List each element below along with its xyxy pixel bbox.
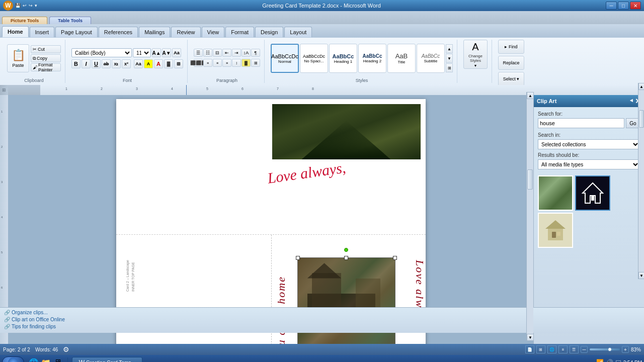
handle-top-right[interactable] [393, 256, 397, 260]
bold-button[interactable]: B [71, 59, 80, 68]
scroll-down-button[interactable]: ▼ [638, 272, 644, 279]
cut-button[interactable]: ✂ Cut [31, 45, 61, 53]
handle-top-middle[interactable] [344, 256, 348, 260]
minimize-button[interactable]: ─ [606, 2, 617, 10]
antivirus-icon[interactable]: 🛡 [615, 359, 621, 362]
network-icon[interactable]: 📶 [596, 359, 604, 362]
border-button[interactable]: ⊞ [251, 59, 260, 67]
multilevel-list-button[interactable]: ⊟ [213, 49, 222, 57]
style-normal[interactable]: AaBbCcDc Normal [271, 44, 299, 73]
tab-insert[interactable]: Insert [30, 27, 55, 37]
styles-scroll-up[interactable]: ▲ [446, 44, 453, 53]
bullets-button[interactable]: ☰ [194, 49, 203, 57]
change-case-button[interactable]: Aa [134, 59, 143, 68]
copy-button[interactable]: ⧉ Copy [31, 54, 61, 62]
paste-button[interactable]: 📋 Paste [7, 44, 29, 72]
font-family-select[interactable]: Calibri (Body) [71, 48, 132, 57]
underline-button[interactable]: U [92, 59, 101, 68]
organize-clips-link[interactable]: 🔗 Organize clips... [4, 310, 640, 315]
zoom-minus-button[interactable]: ─ [581, 346, 588, 353]
top-image[interactable] [272, 104, 421, 159]
panel-resize-button[interactable]: ◂ [630, 97, 633, 105]
tab-page-layout[interactable]: Page Layout [55, 27, 98, 37]
clock[interactable]: 2:54 PM [623, 359, 642, 363]
style-no-spacing[interactable]: AaBbCcDc No Spaci... [300, 44, 328, 73]
line-spacing-button[interactable]: ↕ [232, 59, 241, 67]
scroll-up-button[interactable]: ▲ [638, 83, 644, 90]
tab-design[interactable]: Design [255, 27, 283, 37]
rotate-handle[interactable] [344, 248, 348, 252]
shading-button[interactable]: ▓ [242, 59, 251, 67]
italic-button[interactable]: I [82, 59, 91, 68]
quick-redo[interactable]: ↪ [29, 3, 33, 8]
view-print-button[interactable]: 📄 [525, 345, 534, 353]
tab-review[interactable]: Review [171, 27, 200, 37]
explorer-icon[interactable]: 📁 [40, 357, 51, 362]
scroll-thumb[interactable] [527, 169, 533, 190]
quick-undo[interactable]: ↩ [23, 3, 27, 8]
zoom-thumb[interactable] [608, 347, 612, 351]
align-right-button[interactable]: ≡ [213, 59, 222, 67]
tips-link[interactable]: 🔗 Tips for finding clips [4, 324, 640, 329]
increase-indent-button[interactable]: ⇥ [232, 49, 241, 57]
superscript-button[interactable]: x² [122, 59, 131, 68]
word-window-button[interactable]: W Greeting Card Temp... [72, 357, 142, 362]
clipart-item-3[interactable] [538, 213, 573, 248]
restore-button[interactable]: □ [618, 2, 629, 10]
find-button[interactable]: ▸ Find [498, 40, 524, 54]
search-in-select[interactable]: Selected collections [538, 139, 640, 149]
clipart-item-2[interactable] [575, 175, 610, 211]
style-title[interactable]: AaB Title [387, 44, 416, 73]
styles-scroll-down[interactable]: ▼ [446, 54, 453, 63]
vertical-scrollbar[interactable]: ▲ ▼ [526, 92, 533, 341]
view-web-button[interactable]: 🌐 [547, 345, 556, 353]
start-button[interactable] [2, 356, 24, 362]
decrease-indent-button[interactable]: ⇤ [222, 49, 231, 57]
show-hide-button[interactable]: ¶ [251, 49, 260, 57]
search-input[interactable] [538, 118, 624, 128]
results-type-select[interactable]: All media file types [538, 159, 640, 169]
borders-button[interactable]: ⊞ [174, 59, 183, 68]
tab-references[interactable]: References [99, 27, 138, 37]
text-highlight-button[interactable]: ▓ [164, 59, 173, 68]
tab-layout[interactable]: Layout [284, 27, 312, 37]
scroll-up-btn[interactable]: ▲ [527, 92, 534, 99]
view-draft-button[interactable]: ☰ [570, 345, 579, 353]
view-outline-button[interactable]: ≡ [558, 345, 568, 353]
ie-icon[interactable]: 🌐 [28, 357, 39, 362]
strikethrough-button[interactable]: ab [102, 59, 111, 68]
style-heading2[interactable]: AaBbCc Heading 2 [358, 44, 386, 73]
tab-home[interactable]: Home [2, 26, 29, 37]
sort-button[interactable]: ↕A [242, 49, 251, 57]
justify-button[interactable]: ≡ [222, 59, 231, 67]
tab-mailings[interactable]: Mailings [139, 27, 170, 37]
align-center-button[interactable]: ≡ [203, 59, 212, 67]
styles-expand[interactable]: ⊞ [446, 63, 453, 72]
view-fullscreen-button[interactable]: ⊞ [536, 345, 545, 353]
zoom-plus-button[interactable]: + [622, 346, 629, 353]
clipart-item-1[interactable] [538, 175, 573, 211]
decrease-font-button[interactable]: A▼ [162, 48, 171, 57]
office-online-link[interactable]: 🔗 Clip art on Office Online [4, 317, 640, 322]
change-styles-button[interactable]: A Change Styles ▼ [463, 40, 488, 69]
clipart-scrollbar[interactable]: ▲ ▼ [638, 83, 644, 279]
handle-top-left[interactable] [296, 256, 300, 260]
style-subtitle[interactable]: AaBbCc Subtitle [417, 44, 445, 73]
highlight-button[interactable]: A [144, 59, 153, 68]
replace-button[interactable]: Replace [498, 56, 524, 70]
style-heading1[interactable]: AaBbCc Heading 1 [329, 44, 357, 73]
close-button[interactable]: ✕ [630, 2, 641, 10]
font-size-select[interactable]: 11 [133, 48, 151, 57]
zoom-slider[interactable] [590, 348, 620, 350]
tab-view[interactable]: View [202, 27, 225, 37]
subscript-button[interactable]: x₂ [112, 59, 121, 68]
format-painter-button[interactable]: 🖌 Format Painter [31, 63, 61, 71]
tab-format[interactable]: Format [225, 27, 254, 37]
scroll-thumb[interactable] [639, 110, 644, 128]
quick-save[interactable]: 💾 [15, 3, 21, 8]
clear-format-button[interactable]: Aa [172, 48, 181, 57]
font-color-button[interactable]: A [154, 59, 163, 68]
show-desktop-icon[interactable]: 🖥 [52, 357, 63, 362]
increase-font-button[interactable]: A▲ [152, 48, 161, 57]
volume-icon[interactable]: 🔊 [606, 359, 613, 362]
